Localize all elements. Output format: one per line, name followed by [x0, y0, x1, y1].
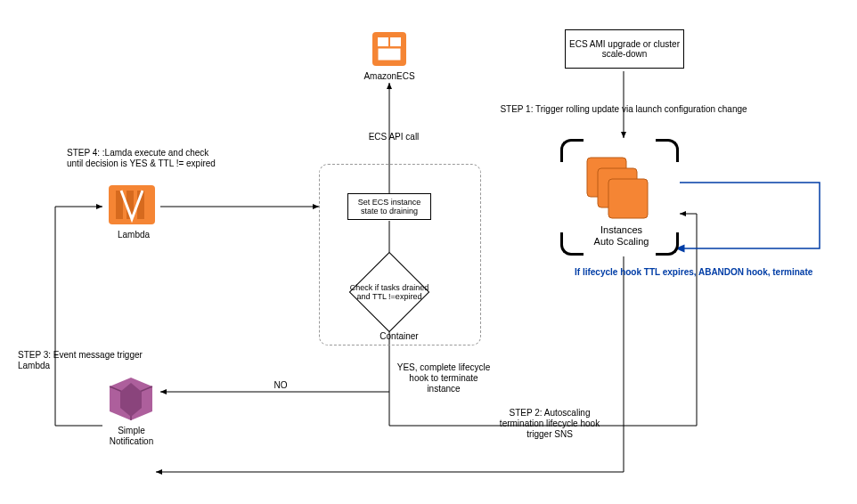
- amazon-ecs-icon: [367, 27, 412, 73]
- upgrade-box: ECS AMI upgrade or cluster scale-down: [565, 29, 684, 69]
- container-label: Container: [372, 331, 426, 342]
- asg-bracket-tl: [560, 139, 584, 162]
- amazon-ecs-label: AmazonECS: [363, 71, 416, 82]
- svg-rect-13: [608, 179, 648, 218]
- upgrade-box-text: ECS AMI upgrade or cluster scale-down: [569, 39, 680, 59]
- svg-rect-7: [378, 37, 388, 46]
- asg-instances-icon: [584, 154, 653, 225]
- step1-label: STEP 1: Trigger rolling update via launc…: [499, 104, 748, 115]
- set-draining-text: Set ECS instance state to draining: [352, 198, 427, 215]
- no-label: NO: [267, 380, 294, 391]
- svg-rect-8: [390, 37, 401, 46]
- yes-label: YES, complete lifecycle hook to terminat…: [395, 362, 493, 394]
- asg-bracket-tr: [656, 139, 679, 162]
- svg-rect-9: [378, 48, 401, 61]
- check-diamond-text: Check if tasks drained and TTL !=expired: [349, 283, 429, 301]
- ttl-expire-label: If lifecycle hook TTL expires, ABANDON h…: [575, 267, 851, 278]
- set-draining-box: Set ECS instance state to draining: [347, 193, 431, 220]
- check-diamond: Check if tasks drained and TTL !=expired: [349, 261, 429, 323]
- sns-icon: [102, 374, 159, 429]
- lambda-icon: [105, 178, 159, 233]
- sns-label: Simple Notification: [107, 426, 156, 447]
- ecs-api-label: ECS API call: [363, 132, 425, 142]
- step2-label: STEP 2: Autoscaling termination lifecycl…: [492, 408, 608, 440]
- asg-label: Instances Auto Scaling: [579, 224, 664, 248]
- step3-label: STEP 3: Event message trigger Lambda: [18, 350, 169, 371]
- lambda-label: Lambda: [111, 230, 156, 240]
- asg-label-line1: Instances: [600, 224, 642, 235]
- step4-label: STEP 4: :Lamda execute and check until d…: [67, 148, 227, 169]
- asg-label-line2: Auto Scaling: [594, 236, 649, 247]
